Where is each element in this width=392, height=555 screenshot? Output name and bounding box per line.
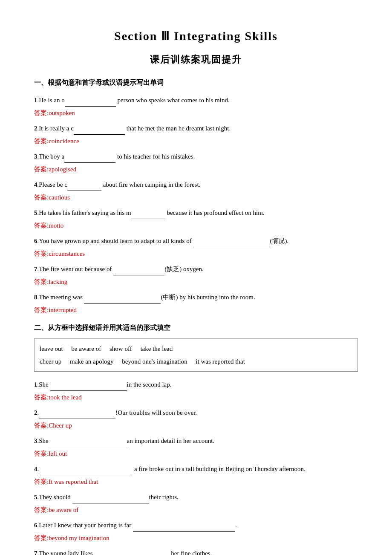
main-title: Section Ⅲ Integrating Skills — [34, 26, 358, 47]
phrase-be-aware-of: be aware of — [71, 345, 101, 352]
s2-blank-4 — [39, 462, 133, 475]
question-7: 7.The fire went out because of (缺乏) oxyg… — [34, 262, 358, 275]
section1-questions: 1.He is an o person who speaks what come… — [34, 93, 358, 316]
blank-2 — [74, 121, 125, 135]
question-8: 8.The meeting was (中断) by his bursting i… — [34, 290, 358, 304]
answer-2: 答案:coincidence — [34, 136, 358, 147]
qnum-8: 8 — [34, 294, 37, 301]
s2-answer-4: 答案:It was reported that — [34, 476, 358, 488]
s2-question-7: 7.The young lady likes her fine clothes. — [34, 546, 358, 555]
phrase-beyond-imagination: beyond one's imagination — [122, 358, 187, 365]
s2-blank-2 — [39, 406, 115, 419]
answer-1: 答案:outspoken — [34, 107, 358, 119]
s2-blank-3 — [50, 434, 127, 447]
s2-question-5: 5.They should their rights. — [34, 490, 358, 503]
phrase-cheer-up: cheer up — [40, 358, 61, 365]
qnum-6: 6 — [34, 237, 37, 244]
s2-question-4: 4. a fire broke out in a tall building i… — [34, 462, 358, 475]
blank-8 — [84, 290, 161, 304]
blank-7 — [113, 262, 164, 275]
s2-qnum-4: 4 — [34, 465, 37, 472]
phrase-box-row2: cheer up make an apology beyond one's im… — [40, 355, 352, 368]
qnum-1: 1 — [34, 97, 37, 104]
phrase-make-an-apology: make an apology — [70, 358, 113, 365]
s2-qnum-2: 2 — [34, 409, 37, 416]
phrase-show-off: show off — [110, 345, 132, 352]
s2-answer-2: 答案:Cheer up — [34, 420, 358, 431]
s2-question-1: 1.She in the second lap. — [34, 378, 358, 391]
s2-qnum-7: 7 — [34, 550, 37, 555]
s2-answer-5: 答案:be aware of — [34, 504, 358, 516]
qnum-3: 3 — [34, 153, 37, 160]
s2-blank-5 — [72, 490, 149, 503]
page-container: Section Ⅲ Integrating Skills 课后训练案巩固提升 一… — [34, 26, 358, 555]
s2-blank-6 — [133, 518, 235, 532]
phrase-box-row1: leave out be aware of show off take the … — [40, 342, 352, 355]
phrase-take-the-lead: take the lead — [140, 345, 173, 352]
blank-4 — [67, 178, 101, 191]
question-1: 1.He is an o person who speaks what come… — [34, 93, 358, 107]
qnum-4: 4 — [34, 181, 37, 188]
qnum-7: 7 — [34, 266, 37, 272]
s2-qnum-1: 1 — [34, 381, 37, 388]
s2-question-6: 6.Later I knew that your bearing is far … — [34, 518, 358, 532]
s2-question-2: 2. !Our troubles will soon be over. — [34, 406, 358, 419]
answer-8: 答案:interrupted — [34, 304, 358, 316]
answer-3: 答案:apologised — [34, 164, 358, 175]
question-6: 6.You have grown up and should learn to … — [34, 234, 358, 247]
phrase-it-was-reported: it was reported that — [196, 358, 245, 365]
question-3: 3.The boy a to his teacher for his mista… — [34, 150, 358, 163]
question-5: 5.He takes his father's saying as his m … — [34, 206, 358, 219]
s2-answer-1: 答案:took the lead — [34, 392, 358, 403]
s2-qnum-3: 3 — [34, 437, 37, 444]
blank-3 — [64, 150, 115, 163]
blank-1 — [65, 93, 116, 107]
blank-5 — [131, 206, 165, 219]
qnum-2: 2 — [34, 125, 37, 132]
answer-5: 答案:motto — [34, 220, 358, 231]
question-4: 4.Please be c about fire when camping in… — [34, 178, 358, 191]
sub-title: 课后训练案巩固提升 — [34, 51, 358, 68]
section1-heading: 一、根据句意和首字母或汉语提示写出单词 — [34, 77, 358, 89]
answer-7: 答案:lacking — [34, 276, 358, 288]
answer-6: 答案:circumstances — [34, 248, 358, 260]
section2-heading: 二、从方框中选择短语并用其适当的形式填空 — [34, 322, 358, 334]
s2-qnum-6: 6 — [34, 522, 37, 529]
s2-answer-6: 答案:beyond my imagination — [34, 532, 358, 544]
s2-blank-7 — [94, 546, 171, 555]
phrase-box: leave out be aware of show off take the … — [34, 338, 358, 372]
phrase-leave-out: leave out — [40, 345, 63, 352]
blank-6 — [193, 234, 270, 247]
s2-question-3: 3.She an important detail in her account… — [34, 434, 358, 447]
qnum-5: 5 — [34, 209, 37, 216]
question-2: 2.It is really a c that he met the man h… — [34, 121, 358, 135]
s2-answer-3: 答案:left out — [34, 448, 358, 460]
s2-blank-1 — [50, 378, 127, 391]
s2-qnum-5: 5 — [34, 494, 37, 500]
section2-questions: 1.She in the second lap. 答案:took the lea… — [34, 378, 358, 555]
answer-4: 答案:cautious — [34, 192, 358, 203]
